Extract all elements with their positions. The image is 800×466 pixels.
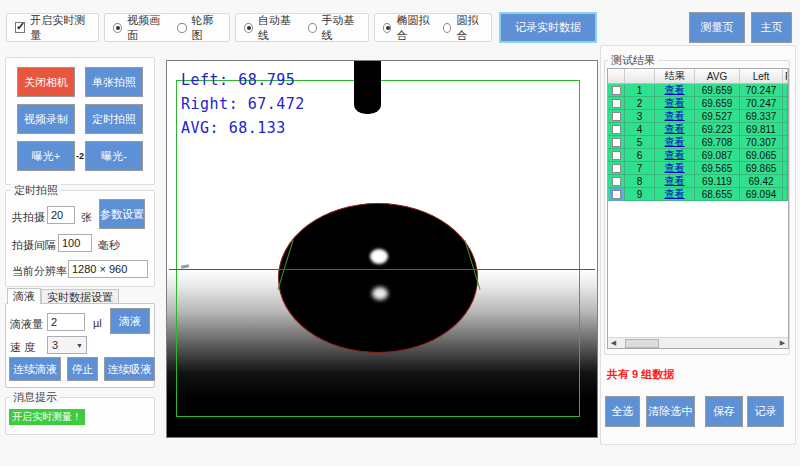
row-avg: 69.087: [695, 149, 740, 162]
ellipse-fit-radio[interactable]: [383, 23, 391, 33]
single-shot-button[interactable]: 单张拍照: [85, 67, 143, 97]
view-link[interactable]: 查看: [665, 135, 685, 149]
view-link[interactable]: 查看: [665, 109, 685, 123]
view-link[interactable]: 查看: [665, 122, 685, 136]
view-link[interactable]: 查看: [665, 161, 685, 175]
col-left: Left: [740, 69, 783, 84]
results-rows: 1查看69.65970.2472查看69.65970.2473查看69.5276…: [608, 84, 788, 201]
row-select-cell: [608, 149, 625, 162]
view-link[interactable]: 查看: [665, 174, 685, 188]
row-checkbox[interactable]: [612, 112, 621, 121]
realtime-measure-group: 开启实时测量: [6, 13, 99, 42]
row-index: 4: [625, 123, 655, 136]
camera-image-view: Left: 68.795 Right: 67.472 AVG: 68.133: [166, 60, 598, 438]
tab-realtime-settings[interactable]: 实时数据设置: [41, 289, 119, 304]
table-row: 5查看69.70870.307: [608, 136, 788, 149]
speed-select[interactable]: 3 ▼: [47, 336, 87, 354]
results-title: 测试结果: [608, 54, 658, 66]
video-view-label: 视频画面: [127, 13, 166, 43]
results-table-header: 结果 AVG Left Right: [608, 69, 788, 84]
video-record-button[interactable]: 视频录制: [17, 104, 75, 134]
exposure-plus-button[interactable]: 曝光+: [17, 141, 75, 171]
row-right: [783, 123, 788, 136]
resolution-label: 当前分辨率: [12, 264, 67, 279]
row-checkbox[interactable]: [612, 138, 621, 147]
select-all-button[interactable]: 全选: [605, 396, 640, 427]
col-index: [625, 69, 655, 84]
row-view-cell: 查看: [655, 188, 695, 201]
row-avg: 69.565: [695, 162, 740, 175]
row-right: [783, 84, 788, 97]
view-link[interactable]: 查看: [665, 83, 685, 97]
scroll-right-arrow-icon[interactable]: ▶: [777, 339, 788, 347]
baseline-mode-group: 自动基线 手动基线: [235, 13, 369, 42]
row-select-cell: [608, 97, 625, 110]
measure-page-button[interactable]: 测量页: [689, 12, 745, 43]
exposure-minus-button[interactable]: 曝光-: [85, 141, 143, 171]
manual-baseline-label: 手动基线: [322, 13, 361, 43]
circle-fit-radio[interactable]: [443, 23, 451, 33]
interval-input[interactable]: [58, 234, 92, 252]
row-checkbox[interactable]: [612, 125, 621, 134]
record-button[interactable]: 记录: [747, 396, 784, 427]
row-index: 5: [625, 136, 655, 149]
h-scrollbar[interactable]: ◀ ▶: [608, 337, 788, 348]
results-table: 结果 AVG Left Right 1查看69.65970.2472查看69.6…: [607, 68, 789, 349]
row-checkbox[interactable]: [612, 164, 621, 173]
timed-shot-button[interactable]: 定时拍照: [85, 104, 143, 134]
row-index: 2: [625, 97, 655, 110]
table-row: 9查看68.65569.094: [608, 188, 788, 201]
row-right: [783, 136, 788, 149]
total-shots-input[interactable]: [47, 206, 75, 224]
clear-selected-button[interactable]: 清除选中: [646, 396, 695, 427]
row-left: 69.337: [740, 110, 783, 123]
row-left: 69.865: [740, 162, 783, 175]
stop-button[interactable]: 停止: [67, 357, 98, 381]
row-avg: 69.659: [695, 84, 740, 97]
message-text: 开启实时测量！: [9, 409, 85, 425]
row-checkbox[interactable]: [612, 151, 621, 160]
home-button[interactable]: 主页: [751, 12, 792, 43]
left-angle-text: Left: 68.795: [181, 71, 295, 89]
row-select-cell: [608, 110, 625, 123]
fit-mode-group: 椭圆拟合 圆拟合: [374, 13, 492, 42]
continuous-drip-button[interactable]: 连续滴液: [9, 357, 61, 381]
row-checkbox[interactable]: [612, 190, 621, 199]
save-button[interactable]: 保存: [705, 396, 743, 427]
view-link[interactable]: 查看: [665, 148, 685, 162]
row-select-cell: [608, 175, 625, 188]
row-index: 8: [625, 175, 655, 188]
record-realtime-button[interactable]: 记录实时数据: [499, 12, 597, 43]
table-row: 1查看69.65970.247: [608, 84, 788, 97]
params-settings-button[interactable]: 参数设置: [99, 199, 145, 229]
scroll-left-arrow-icon[interactable]: ◀: [608, 339, 619, 347]
realtime-measure-checkbox[interactable]: [15, 22, 25, 33]
row-checkbox[interactable]: [612, 177, 621, 186]
avg-angle-text: AVG: 68.133: [181, 119, 286, 137]
video-view-radio[interactable]: [113, 23, 122, 33]
close-camera-button[interactable]: 关闭相机: [17, 67, 75, 97]
row-checkbox[interactable]: [612, 99, 621, 108]
drip-volume-input[interactable]: [47, 313, 85, 331]
drip-button[interactable]: 滴液: [110, 308, 150, 334]
contour-view-radio[interactable]: [177, 23, 186, 33]
ellipse-fit-label: 椭圆拟合: [396, 13, 431, 43]
row-left: 70.307: [740, 136, 783, 149]
table-row: 6查看69.08769.065: [608, 149, 788, 162]
contact-angle-app-window: 开启实时测量 视频画面 轮廓图 自动基线 手动基线 椭圆拟合 圆拟合 记录实时数…: [0, 0, 800, 466]
row-select-cell: [608, 188, 625, 201]
row-left: 70.247: [740, 84, 783, 97]
h-scrollbar-thumb[interactable]: [625, 339, 659, 348]
auto-baseline-radio[interactable]: [244, 23, 253, 33]
table-row: 2查看69.65970.247: [608, 97, 788, 110]
col-result: 结果: [655, 69, 695, 84]
row-checkbox[interactable]: [612, 86, 621, 95]
row-index: 3: [625, 110, 655, 123]
continuous-suck-button[interactable]: 连续吸液: [104, 357, 155, 381]
view-link[interactable]: 查看: [665, 187, 685, 201]
right-angle-text: Right: 67.472: [181, 95, 305, 113]
tab-drip[interactable]: 滴液: [7, 288, 41, 304]
view-link[interactable]: 查看: [665, 96, 685, 110]
manual-baseline-radio[interactable]: [308, 23, 317, 33]
resolution-input[interactable]: [68, 260, 148, 278]
